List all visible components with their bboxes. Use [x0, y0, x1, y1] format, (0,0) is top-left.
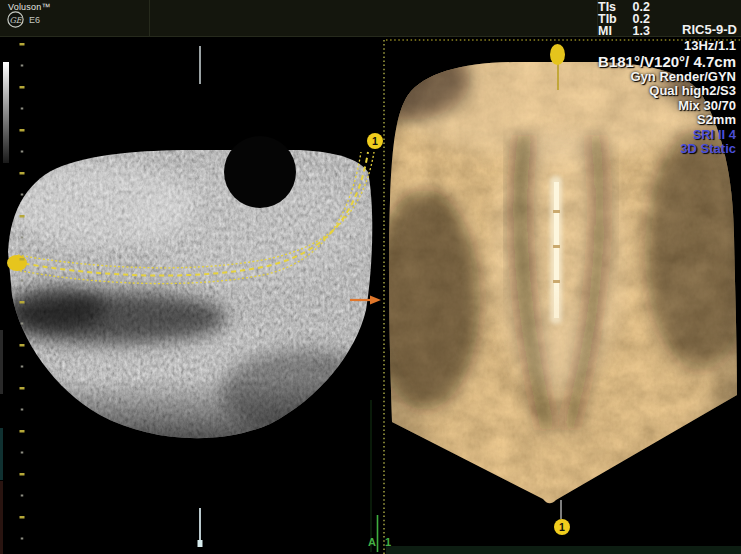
info-angles-depth: B181°/V120°/ 4.7cm [598, 54, 736, 70]
bottom-status-strip [386, 546, 741, 554]
volume-point-marker[interactable]: 1 [554, 519, 570, 535]
info-slice-thickness: S2mm [598, 113, 736, 128]
info-mix: Mix 30/70 [598, 99, 736, 114]
ultrasound-screen: Voluson™ GE E6 TIs 0.2 TIb 0.2 MI 1.3 RI… [0, 0, 741, 554]
info-render-preset: Gyn Render/GYN [598, 70, 736, 85]
info-mode: 3D Static [598, 142, 736, 157]
curve-point-marker[interactable]: 1 [367, 133, 383, 149]
info-framerate: 13Hz/1.1 [598, 39, 736, 54]
image-info-block: 13Hz/1.1 B181°/V120°/ 4.7cm Gyn Render/G… [598, 39, 736, 157]
2d-panel[interactable] [8, 40, 373, 545]
window-index-label: 1 [385, 536, 391, 548]
info-quality: Qual high2/S3 [598, 84, 736, 99]
active-window-label: A [368, 536, 376, 548]
info-sri: SRI II 4 [598, 128, 736, 143]
balloon-marker[interactable] [550, 44, 565, 65]
